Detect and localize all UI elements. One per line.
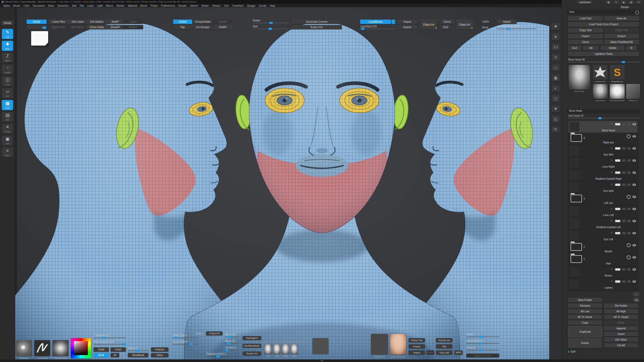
subtool-thumbnail[interactable]: [570, 206, 579, 216]
subtool-row-lashes[interactable]: ✎Lashes: [569, 278, 638, 290]
edit-pen-icon[interactable]: ✎: [611, 123, 613, 125]
sdiv-slider[interactable]: [27, 25, 47, 29]
edit-pen-icon[interactable]: ✎: [611, 171, 613, 174]
persp-icon[interactable]: ◇: [552, 64, 560, 71]
primitive-thumbnail-inflat[interactable]: Inflat: [291, 344, 298, 354]
gizmo-move-icon[interactable]: ✚Move: [2, 41, 13, 51]
extract-icon[interactable]: ▱Extr: [2, 88, 13, 98]
menus-icon[interactable]: ≡Menu: [2, 147, 13, 158]
mini-label-2[interactable]: Xpose: [273, 341, 279, 343]
visibility-eye-icon[interactable]: [632, 171, 636, 174]
lazystep-slider[interactable]: LazyStep 0.25: [360, 25, 395, 30]
del-other-button[interactable]: Del Other: [604, 337, 638, 342]
all-high-button[interactable]: All High: [604, 309, 638, 314]
displacement-toggle[interactable]: [627, 123, 631, 125]
gear-icon[interactable]: [627, 195, 631, 199]
tool-palette-header[interactable]: Tool: [566, 10, 641, 14]
edit-pen-icon[interactable]: ✎: [611, 208, 613, 210]
duplicate-button[interactable]: Duplicate: [568, 326, 603, 337]
divide-button[interactable]: Divide: [2, 21, 13, 25]
menu-help[interactable]: Help: [270, 4, 275, 7]
subtool-list-count-slider[interactable]: List Count 14: [568, 114, 639, 119]
actual-size-icon[interactable]: 1:1: [552, 44, 560, 50]
lazymouse-button[interactable]: LazyMouse: [360, 20, 391, 24]
bone-head-count-slider[interactable]: Bone Head 48: [568, 58, 639, 63]
hd-eyeball-thumbnail[interactable]: HD Male Eyeball: [610, 84, 625, 99]
color-sv-square[interactable]: [74, 341, 88, 355]
flip-button[interactable]: Flip: [436, 344, 452, 349]
active-tool-thumbnail[interactable]: Bone Head: [569, 65, 590, 90]
uv-toggle[interactable]: [622, 208, 625, 210]
menu-texture[interactable]: Texture: [212, 4, 221, 7]
showpt-button[interactable]: ShowPt: [105, 25, 125, 29]
menu-movie[interactable]: Movie: [140, 4, 147, 7]
aa-half-icon[interactable]: ½: [552, 54, 560, 61]
color-picker[interactable]: [71, 338, 91, 358]
menu-light[interactable]: Light: [97, 4, 103, 7]
close-holes-button[interactable]: Close Holes: [87, 25, 107, 29]
decimate-current-button[interactable]: Decimate Current: [292, 20, 342, 24]
canvas-viewport[interactable]: [15, 7, 549, 361]
mini-label-3[interactable]: ZWhites: [282, 341, 289, 343]
doc-grid-icon[interactable]: ▤: [628, 1, 634, 4]
load-tools-from-project-button[interactable]: Load Tools From Project: [568, 22, 639, 27]
wireframe-icon[interactable]: ▤Wire: [2, 112, 13, 122]
all-low-button[interactable]: All Low: [568, 309, 602, 314]
projection-shell-slider[interactable]: ProjectionShell 2: [206, 352, 240, 357]
del-hidden-button[interactable]: Del Hidden: [87, 20, 107, 24]
append-button[interactable]: Append: [604, 326, 638, 331]
polypaint-toggle[interactable]: [615, 171, 620, 174]
slider-handle[interactable]: [102, 337, 106, 339]
divide-button[interactable]: Divide: [27, 20, 47, 24]
primitive-thumbnail-cube[interactable]: Cube: [273, 344, 280, 354]
visibility-eye-icon[interactable]: [632, 123, 636, 125]
z-intensity-slider[interactable]: Z Intensity 12: [94, 334, 126, 339]
scale-view-icon[interactable]: ◱: [552, 116, 560, 123]
clone-txtr-button[interactable]: Clone Txtr: [409, 338, 425, 342]
slider-handle[interactable]: [506, 28, 510, 30]
displacement-toggle[interactable]: [627, 280, 631, 283]
polypaint-toggle[interactable]: [615, 123, 620, 125]
displacement-toggle[interactable]: [627, 268, 631, 271]
pm3d-plane-thumbnail[interactable]: PM3D_E 1: [626, 84, 640, 99]
mini-label-4[interactable]: ZProject: [291, 341, 298, 343]
r-button[interactable]: R: [626, 46, 637, 50]
mini-label-1[interactable]: Blur: [264, 341, 268, 343]
zadd-button[interactable]: Zadd: [94, 347, 109, 352]
inverse-button[interactable]: Inverse: [151, 347, 168, 352]
texture-on-button[interactable]: Texture On: [436, 338, 452, 342]
visibility-eye-icon[interactable]: [632, 159, 636, 162]
gear-icon[interactable]: [627, 255, 631, 259]
slider-handle[interactable]: [137, 350, 140, 352]
topologyfix-button[interactable]: TopologyFix: [243, 336, 261, 340]
paint-icon[interactable]: ◧: [606, 1, 612, 4]
mean-slider[interactable]: Mean 25: [225, 340, 239, 344]
visibility-eye-icon[interactable]: [632, 280, 636, 283]
polypaint-toggle[interactable]: [615, 232, 620, 234]
menu-tool[interactable]: Tool: [224, 4, 228, 7]
viewmask-button[interactable]: ViewMask: [128, 353, 148, 357]
rotate-view-icon[interactable]: ↻: [552, 126, 560, 133]
polypaint-toggle[interactable]: [615, 208, 620, 210]
all-to-home-button[interactable]: All To Home: [568, 315, 602, 319]
load-tool-button[interactable]: Load Tool: [568, 16, 603, 21]
smooth-slider[interactable]: Smooth: [466, 346, 499, 351]
insert-button[interactable]: Insert: [604, 332, 638, 336]
draw-size-slider[interactable]: Draw Size 8: [173, 334, 198, 339]
subtool-row-brows[interactable]: ✎Brows: [569, 266, 638, 278]
new-folder-button[interactable]: New Folder: [568, 298, 602, 302]
subtool-thumbnail[interactable]: [570, 182, 579, 192]
zapplink-button[interactable]: ZAppLink: [420, 20, 437, 29]
subtool-section-header[interactable]: Bone Head: [566, 109, 641, 113]
store-cam-icon[interactable]: ▣Cam: [2, 135, 13, 146]
uv-toggle[interactable]: [622, 184, 625, 186]
displacement-toggle[interactable]: [627, 147, 631, 150]
doc-nav-arrows[interactable]: ◂ ▸: [321, 359, 323, 362]
subtool-thumbnail[interactable]: [570, 231, 579, 240]
displacement-toggle[interactable]: [627, 184, 631, 186]
del-folder-button[interactable]: Del Folder: [604, 303, 638, 308]
save-as-button[interactable]: Save As: [604, 16, 639, 21]
export-button[interactable]: Export: [409, 344, 425, 349]
slider-handle[interactable]: [227, 342, 230, 344]
polypaint-toggle[interactable]: [615, 159, 620, 162]
